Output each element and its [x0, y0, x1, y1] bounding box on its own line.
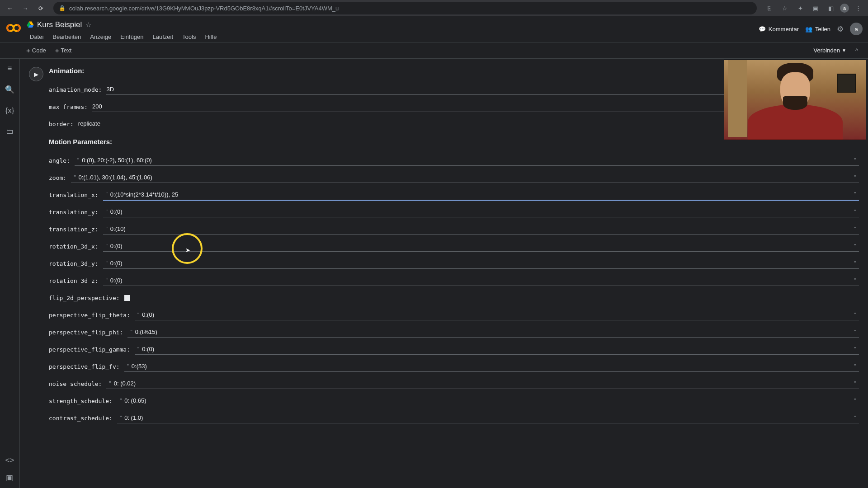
menu-bar: Datei Bearbeiten Anzeige Einfügen Laufze…: [26, 32, 759, 42]
param-translation-x: translation_x: "": [49, 186, 859, 203]
toc-icon[interactable]: ≡: [8, 64, 12, 73]
zoom-input[interactable]: [78, 174, 851, 181]
run-cell-button[interactable]: ▶: [29, 67, 43, 81]
browser-avatar[interactable]: a: [840, 4, 849, 13]
editor-toggle-icon[interactable]: ^: [851, 45, 863, 56]
search-icon[interactable]: 🔍: [5, 85, 14, 94]
notebook-content: ▶ ↑ ↓ ⎘ ✎ ⚙ ⿻ 🗑 ⋮ Animation: animation_m…: [20, 59, 868, 488]
param-perspective-flip-gamma: perspective_flip_gamma: "": [49, 341, 859, 358]
param-angle: angle: "": [49, 152, 859, 169]
user-avatar[interactable]: a: [850, 23, 863, 35]
menu-help[interactable]: Hilfe: [201, 32, 220, 42]
reload-button[interactable]: ⟳: [34, 2, 47, 14]
menu-tools[interactable]: Tools: [179, 32, 199, 42]
perspective-flip-gamma-input[interactable]: [142, 346, 851, 352]
perspective-flip-phi-input[interactable]: [135, 328, 852, 335]
menu-view[interactable]: Anzeige: [86, 32, 115, 42]
menu-edit[interactable]: Bearbeiten: [49, 32, 85, 42]
angle-input[interactable]: [82, 157, 852, 164]
menu-insert[interactable]: Einfügen: [117, 32, 147, 42]
colab-logo[interactable]: [5, 20, 22, 36]
comment-icon: 💬: [759, 26, 766, 33]
back-button[interactable]: ←: [4, 2, 16, 14]
menu-runtime[interactable]: Laufzeit: [149, 32, 177, 42]
contrast-schedule-input[interactable]: [124, 414, 852, 421]
chevron-down-icon: ▼: [842, 48, 846, 53]
colab-header: Kurs Beispiel ☆ Datei Bearbeiten Anzeige…: [0, 16, 868, 42]
add-code-button[interactable]: + Code: [22, 45, 51, 56]
files-icon[interactable]: 🗀: [6, 127, 14, 136]
webcam-overlay: [724, 60, 866, 140]
colab-toolbar: + Code + Text Verbinden ▼ ^: [0, 42, 868, 59]
left-rail: ≡ 🔍 {x} 🗀 <> ▣: [0, 59, 20, 488]
translation-z-input[interactable]: [110, 225, 852, 232]
menu-file[interactable]: Datei: [26, 32, 47, 42]
code-snippets-icon[interactable]: <>: [5, 456, 14, 465]
reader-icon[interactable]: ▣: [809, 2, 822, 14]
rotation-3d-x-input[interactable]: [110, 243, 852, 249]
perspective-flip-fv-input[interactable]: [132, 363, 852, 370]
comment-button[interactable]: 💬 Kommentar: [759, 26, 799, 33]
param-translation-z: translation_z: "": [49, 221, 859, 238]
share-button[interactable]: 👥 Teilen: [805, 26, 830, 33]
browser-actions: ⎘ ☆ ✦ ▣ ◧ a ⋮: [763, 2, 864, 14]
param-contrast-schedule: contrast_schedule: "": [49, 409, 859, 427]
rotation-3d-y-input[interactable]: [110, 260, 852, 267]
param-perspective-flip-fv: perspective_flip_fv: "": [49, 358, 859, 375]
star-document-icon[interactable]: ☆: [85, 21, 91, 29]
drive-icon: [26, 21, 34, 29]
param-zoom: zoom: "": [49, 169, 859, 186]
param-flip-2d-perspective: flip_2d_perspective:: [49, 289, 859, 306]
translation-y-input[interactable]: [110, 208, 852, 215]
install-icon[interactable]: ⎘: [763, 2, 776, 14]
perspective-flip-theta-input[interactable]: [142, 311, 851, 318]
browser-chrome: ← → ⟳ 🔒 colab.research.google.com/drive/…: [0, 0, 868, 16]
plus-icon: +: [55, 47, 59, 54]
browser-menu-icon[interactable]: ⋮: [852, 2, 864, 14]
rotation-3d-z-input[interactable]: [110, 277, 852, 284]
param-perspective-flip-phi: perspective_flip_phi: "": [49, 324, 859, 341]
url-text: colab.research.google.com/drive/13G9KHyM…: [69, 5, 339, 12]
document-title[interactable]: Kurs Beispiel: [37, 20, 82, 29]
param-perspective-flip-theta: perspective_flip_theta: "": [49, 306, 859, 324]
plus-icon: +: [26, 47, 30, 54]
star-icon[interactable]: ☆: [778, 2, 791, 14]
extensions-icon[interactable]: ✦: [794, 2, 807, 14]
url-bar[interactable]: 🔒 colab.research.google.com/drive/13G9KH…: [53, 2, 757, 14]
param-translation-y: translation_y: "": [49, 203, 859, 221]
strength-schedule-input[interactable]: [124, 397, 852, 404]
translation-x-input[interactable]: [110, 191, 852, 198]
terminal-icon[interactable]: ▣: [6, 473, 13, 483]
param-strength-schedule: strength_schedule: "": [49, 392, 859, 409]
param-rotation-3d-x: rotation_3d_x: "": [49, 238, 859, 255]
param-rotation-3d-y: rotation_3d_y: "": [49, 255, 859, 272]
share-icon: 👥: [805, 26, 812, 33]
param-rotation-3d-z: rotation_3d_z: "": [49, 272, 859, 289]
sidepanel-icon[interactable]: ◧: [825, 2, 837, 14]
variables-icon[interactable]: {x}: [5, 106, 14, 115]
settings-icon[interactable]: ⚙: [837, 24, 844, 34]
flip-2d-perspective-checkbox[interactable]: [124, 295, 130, 301]
add-text-button[interactable]: + Text: [51, 45, 76, 56]
forward-button[interactable]: →: [19, 2, 32, 14]
noise-schedule-input[interactable]: [114, 380, 852, 387]
param-noise-schedule: noise_schedule: "": [49, 375, 859, 392]
connect-button[interactable]: Verbinden ▼: [814, 47, 846, 54]
lock-icon: 🔒: [59, 5, 66, 11]
